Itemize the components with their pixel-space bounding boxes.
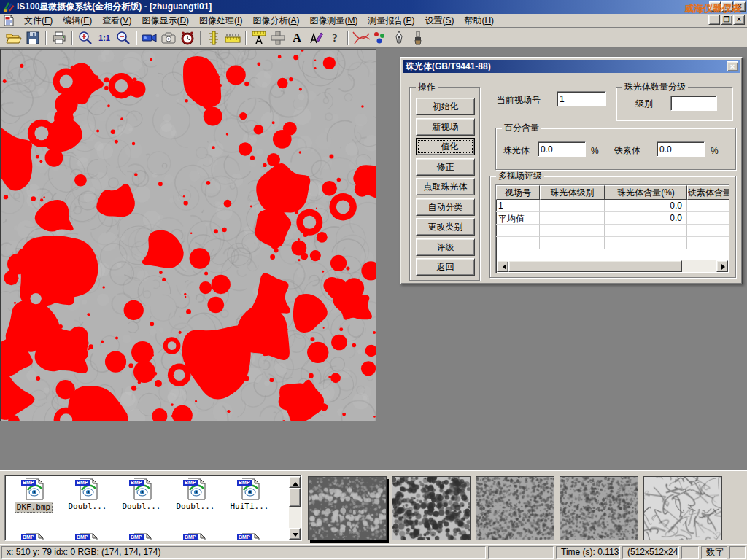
status-coordinates: x: 510 y: 79 idx: 0 RGB: (174, 174, 174) xyxy=(1,546,486,559)
scroll-right-icon[interactable] xyxy=(716,260,728,272)
binarize-button[interactable]: 二值化 xyxy=(416,138,475,155)
scrollbar-thumb[interactable] xyxy=(508,260,682,272)
scrollbar-thumb[interactable] xyxy=(289,488,301,507)
metallographic-image[interactable] xyxy=(0,49,376,421)
status-empty-panel xyxy=(488,546,554,559)
file-name[interactable]: Doubl... xyxy=(121,502,163,511)
document-icon[interactable] xyxy=(3,15,15,26)
scroll-left-icon[interactable] xyxy=(497,260,508,272)
menu-image-analysis[interactable]: 图像分析A xyxy=(247,13,304,28)
table-horizontal-scrollbar[interactable] xyxy=(497,260,728,272)
file-item[interactable]: BMP DKF.bmp xyxy=(7,478,61,513)
file-name[interactable]: Doubl... xyxy=(175,502,217,511)
col-header-pearlite[interactable]: 珠光体含量(%) xyxy=(605,185,687,200)
level-input[interactable] xyxy=(670,96,717,111)
status-empty-panel xyxy=(681,546,699,559)
toolbar-separator xyxy=(200,31,201,45)
pen-tool-icon[interactable] xyxy=(390,29,409,47)
child-close-button[interactable]: × xyxy=(733,15,745,25)
file-item[interactable]: BMP Doubl... xyxy=(115,478,169,513)
current-view-input[interactable] xyxy=(557,91,606,106)
menu-image-process[interactable]: 图像处理I xyxy=(194,13,247,28)
ruler-measure-icon[interactable] xyxy=(223,29,242,47)
initialize-button[interactable]: 初始化 xyxy=(416,98,475,115)
thumbnail-image[interactable] xyxy=(643,476,722,540)
menu-edit[interactable]: 编辑E xyxy=(58,13,97,28)
col-header-view[interactable]: 视场号 xyxy=(496,185,540,200)
auto-classify-button[interactable]: 自动分类 xyxy=(416,198,475,216)
zoom-in-icon[interactable] xyxy=(76,29,95,47)
file-row-clipped: BMP BMP BMP BMP xyxy=(7,533,278,541)
ferrite-percent-input[interactable] xyxy=(657,141,705,157)
col-header-ferrite[interactable]: 铁素体含量(%) xyxy=(687,185,729,200)
menu-view[interactable]: 查看V xyxy=(97,13,136,28)
return-button[interactable]: 返回 xyxy=(416,258,475,276)
brush-tool-icon[interactable] xyxy=(409,29,427,47)
menu-image-measure[interactable]: 图像测量M xyxy=(304,13,363,28)
status-mode: 数字 xyxy=(701,546,727,559)
bottom-panel: BMP DKF.bmp BMP Doubl... BMP Doubl... xyxy=(0,470,747,544)
thumbnail-image[interactable] xyxy=(308,476,387,540)
file-name[interactable]: HuiTi... xyxy=(229,502,271,511)
file-item[interactable]: BMP Doubl... xyxy=(61,478,115,513)
change-class-button[interactable]: 更改类别 xyxy=(416,218,475,236)
open-icon[interactable] xyxy=(4,29,23,47)
table-row[interactable]: 1 0.0 xyxy=(496,200,729,212)
video-capture-icon[interactable] xyxy=(140,29,159,47)
percent-group-label: 百分含量 xyxy=(502,122,541,133)
file-name[interactable]: DKF.bmp xyxy=(15,502,53,513)
thumbnail-image[interactable] xyxy=(476,476,554,540)
help-icon[interactable]: ? xyxy=(325,29,344,47)
window-title: IS100显微摄像系统(金相分析版) - [zhuguangti01] xyxy=(17,1,212,13)
edit-annotation-icon[interactable] xyxy=(306,29,325,47)
status-bar: x: 510 y: 79 idx: 0 RGB: (174, 174, 174)… xyxy=(0,544,747,560)
correct-button[interactable]: 修正 xyxy=(416,158,475,176)
child-restore-button[interactable]: ❐ xyxy=(721,15,732,25)
bmp-file-icon: BMP xyxy=(130,533,153,541)
menu-measure-report[interactable]: 测量报告P xyxy=(363,13,419,28)
col-header-grade[interactable]: 珠光体级别 xyxy=(540,185,605,200)
scroll-down-icon[interactable] xyxy=(289,528,301,540)
dialog-title-bar[interactable]: 珠光体(GB/T9441-88) × xyxy=(403,60,740,73)
text-annotation-icon[interactable]: A xyxy=(287,29,306,47)
new-field-button[interactable]: 新视场 xyxy=(416,118,475,136)
table-row[interactable]: 平均值 0.0 xyxy=(496,212,729,225)
file-name[interactable]: Doubl... xyxy=(67,502,109,511)
child-minimize-button[interactable]: _ xyxy=(708,15,720,25)
image-merge-icon[interactable] xyxy=(268,29,287,47)
menu-help[interactable]: 帮助H xyxy=(459,13,499,28)
bmp-file-icon: BMP xyxy=(22,478,45,500)
pick-pearlite-button[interactable]: 点取珠光体 xyxy=(416,178,475,195)
multifield-table[interactable]: 视场号 珠光体级别 珠光体含量(%) 铁素体含量(%) 1 0.0 平均值 0.… xyxy=(495,184,729,273)
file-list[interactable]: BMP DKF.bmp BMP Doubl... BMP Doubl... xyxy=(4,475,302,541)
photo-capture-icon[interactable] xyxy=(159,29,178,47)
vendor-watermark: 威海仪器仪表 xyxy=(684,2,741,15)
pearlite-percent-input[interactable] xyxy=(538,141,586,157)
toolbar-separator xyxy=(71,31,73,45)
bmp-file-icon: BMP xyxy=(184,478,207,500)
timer-icon[interactable] xyxy=(178,29,197,47)
actual-size-icon[interactable]: 1:1 xyxy=(95,29,114,47)
save-icon[interactable] xyxy=(23,29,42,47)
particle-count-icon[interactable] xyxy=(371,29,390,47)
toolbar-separator xyxy=(245,31,247,45)
grade-button[interactable]: 评级 xyxy=(416,238,475,256)
thumbnail-image[interactable] xyxy=(392,476,471,540)
zoom-out-icon[interactable] xyxy=(114,29,133,47)
menu-image-display[interactable]: 图像显示D xyxy=(136,13,194,28)
status-empty-panel xyxy=(729,546,746,559)
file-list-scrollbar[interactable] xyxy=(289,476,301,540)
file-item[interactable]: BMP HuiTi... xyxy=(222,478,276,513)
file-item[interactable]: BMP Doubl... xyxy=(169,478,222,513)
curve-measure-icon[interactable] xyxy=(352,29,371,47)
menu-settings[interactable]: 设置S xyxy=(419,13,459,28)
caliper-measure-icon[interactable] xyxy=(204,29,223,47)
thumbnail-image[interactable] xyxy=(560,476,638,540)
multifield-group-label: 多视场评级 xyxy=(496,171,544,181)
dialog-close-icon[interactable]: × xyxy=(727,61,738,71)
print-icon[interactable] xyxy=(50,29,69,47)
status-image-size: (512x512x24) xyxy=(622,546,679,559)
text-measure-icon[interactable] xyxy=(249,29,268,47)
menu-file[interactable]: 文件F xyxy=(19,13,58,28)
scroll-up-icon[interactable] xyxy=(289,476,301,488)
